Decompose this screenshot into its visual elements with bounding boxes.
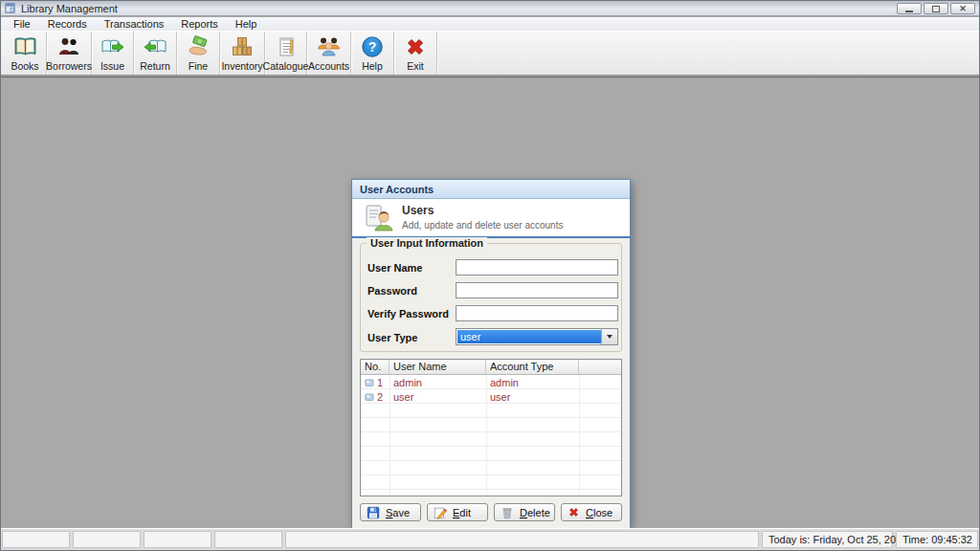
client-area: User Accounts Users Add, update and dele…	[1, 77, 979, 528]
status-panel	[2, 531, 70, 548]
menubar: File Records Transactions Reports Help	[1, 17, 979, 31]
close-button[interactable]: ✕	[950, 3, 975, 14]
return-icon	[143, 33, 168, 60]
dialog-body: User Input Information User Name Passwor…	[352, 238, 630, 528]
toolbar-button-borrowers[interactable]: Borrowers	[47, 32, 92, 75]
user-row-icon	[365, 392, 374, 402]
app-icon	[5, 3, 15, 13]
verify-password-label: Verify Password	[368, 308, 449, 320]
dialog-close-button[interactable]: Close	[561, 503, 622, 521]
user-type-combobox[interactable]: user	[456, 328, 618, 345]
close-button-label: Close	[586, 507, 612, 518]
row-user-name: admin	[393, 377, 422, 388]
column-header-user-name[interactable]: User Name	[390, 360, 486, 374]
status-date: Today is: Friday, Oct 25, 2019	[762, 531, 893, 548]
help-icon: ?	[360, 33, 385, 60]
user-type-label: User Type	[368, 332, 417, 343]
delete-button[interactable]: Delete	[494, 503, 555, 521]
verify-password-input[interactable]	[456, 305, 618, 321]
toolbar-label-inventory: Inventory	[221, 60, 262, 72]
toolbar-button-issue[interactable]: Issue	[92, 32, 134, 75]
books-icon	[12, 33, 38, 60]
users-icon	[364, 203, 394, 233]
edit-button[interactable]: Edit	[427, 503, 488, 521]
users-table-body: 1 admin admin	[361, 375, 621, 496]
close-icon: ✕	[959, 5, 967, 12]
statusbar: Today is: Friday, Oct 25, 2019 Time: 09:…	[1, 528, 979, 550]
row-user-name: user	[393, 391, 413, 403]
titlebar[interactable]: Library Management ✕	[1, 1, 979, 16]
svg-text:?: ?	[368, 39, 377, 55]
toolbar: Books Borrowers Issue	[1, 31, 979, 76]
toolbar-label-issue: Issue	[100, 60, 124, 72]
user-row-icon	[365, 378, 374, 387]
column-header-no[interactable]: No.	[361, 360, 390, 374]
toolbar-button-books[interactable]: Books	[4, 32, 47, 75]
dialog-header: Users Add, update and delete user accoun…	[352, 199, 630, 236]
fine-icon	[186, 33, 211, 60]
toolbar-button-accounts[interactable]: Accounts	[307, 32, 351, 75]
users-table-header: No. User Name Account Type	[361, 360, 621, 375]
accounts-icon	[316, 33, 342, 60]
status-time: Time: 09:45:32	[896, 531, 978, 548]
dialog-header-subtitle: Add, update and delete user accounts	[402, 220, 563, 231]
column-header-account-type[interactable]: Account Type	[486, 360, 579, 374]
toolbar-button-inventory[interactable]: Inventory	[220, 32, 265, 75]
borrowers-icon	[56, 33, 81, 60]
window-title: Library Management	[21, 3, 118, 14]
restore-icon	[932, 6, 940, 12]
minimize-icon	[905, 11, 913, 12]
edit-button-label: Edit	[453, 507, 471, 518]
username-input[interactable]	[456, 259, 618, 276]
minimize-button[interactable]	[897, 3, 922, 14]
dialog-button-row: Save Edit	[352, 503, 630, 522]
user-accounts-dialog: User Accounts Users Add, update and dele…	[351, 179, 631, 527]
toolbar-label-catalogue: Catalogue	[263, 60, 309, 72]
edit-pencil-icon	[434, 506, 447, 519]
column-header-extra[interactable]	[579, 360, 621, 374]
row-account-type: user	[490, 391, 510, 403]
inventory-icon	[230, 33, 255, 60]
table-row[interactable]: 2 user user	[361, 389, 621, 404]
toolbar-label-exit: Exit	[407, 60, 424, 72]
save-button[interactable]: Save	[360, 503, 421, 521]
table-row[interactable]: 1 admin admin	[361, 375, 621, 389]
menu-reports[interactable]: Reports	[172, 18, 227, 30]
status-panel	[144, 531, 212, 548]
username-label: User Name	[368, 262, 422, 274]
restore-button[interactable]	[924, 3, 948, 14]
menu-help[interactable]: Help	[227, 18, 266, 30]
toolbar-label-fine: Fine	[189, 60, 208, 72]
dialog-header-title: Users	[402, 204, 434, 217]
toolbar-label-books: Books	[11, 60, 38, 72]
groupbox-title: User Input Information	[367, 237, 487, 249]
password-label: Password	[368, 285, 417, 297]
save-icon	[367, 506, 380, 519]
menu-file[interactable]: File	[5, 18, 39, 30]
toolbar-button-return[interactable]: Return	[134, 32, 177, 75]
users-table: No. User Name Account Type	[360, 359, 622, 496]
toolbar-button-help[interactable]: ? Help	[351, 32, 394, 75]
issue-icon	[100, 33, 125, 60]
chevron-down-icon	[607, 335, 612, 339]
menu-records[interactable]: Records	[39, 18, 96, 30]
app-window: Library Management ✕ File Records Transa…	[0, 0, 980, 551]
toolbar-button-exit[interactable]: Exit	[394, 32, 437, 75]
menu-transactions[interactable]: Transactions	[96, 18, 173, 30]
toolbar-label-return: Return	[140, 60, 170, 72]
toolbar-button-fine[interactable]: Fine	[177, 32, 220, 75]
toolbar-label-borrowers: Borrowers	[46, 60, 92, 72]
row-no: 2	[377, 391, 383, 403]
close-x-icon	[568, 506, 580, 518]
toolbar-label-help: Help	[362, 60, 383, 72]
password-input[interactable]	[456, 282, 618, 298]
toolbar-label-accounts: Accounts	[308, 60, 349, 72]
row-account-type: admin	[490, 377, 519, 388]
delete-trash-icon	[501, 506, 514, 519]
dialog-titlebar[interactable]: User Accounts	[352, 180, 630, 199]
catalogue-icon	[274, 33, 299, 60]
toolbar-button-catalogue[interactable]: Catalogue	[265, 32, 307, 75]
status-panel	[214, 531, 282, 548]
user-type-dropdown-button[interactable]	[601, 329, 617, 344]
status-panel	[285, 531, 759, 548]
